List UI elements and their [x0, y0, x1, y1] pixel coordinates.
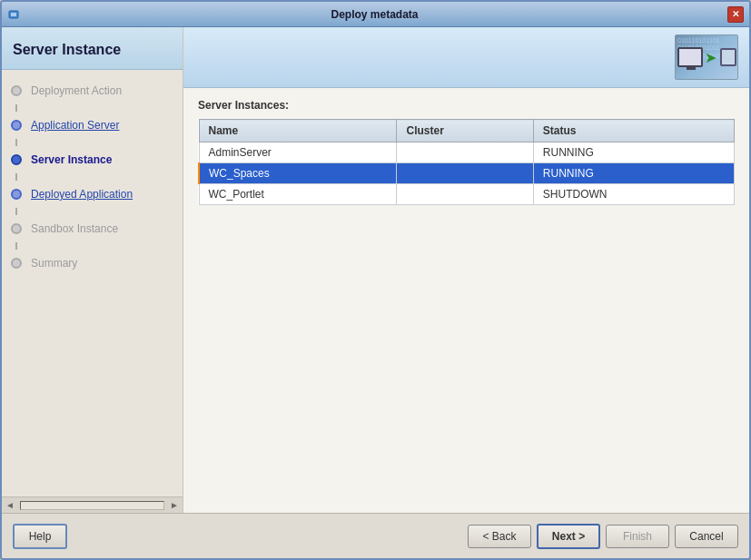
- sidebar-item-summary: Summary: [2, 250, 183, 277]
- cell-name: AdminServer: [199, 142, 397, 163]
- bottom-bar: Help < Back Next > Finish Cancel: [2, 513, 749, 558]
- summary-icon: [7, 254, 25, 272]
- next-button[interactable]: Next >: [537, 524, 600, 549]
- table-row[interactable]: AdminServer RUNNING: [199, 142, 735, 163]
- sidebar-item-label-deployed-application: Deployed Application: [31, 188, 133, 201]
- server-box-icon: [720, 48, 736, 66]
- cell-status: RUNNING: [533, 142, 734, 163]
- svg-rect-1: [11, 13, 16, 16]
- sidebar-item-label-summary: Summary: [31, 257, 77, 270]
- column-cluster: Cluster: [397, 120, 533, 142]
- cell-status: SHUTDOWN: [533, 184, 734, 205]
- sidebar-item-application-server[interactable]: Application Server: [2, 112, 183, 139]
- bottom-right: < Back Next > Finish Cancel: [468, 524, 738, 549]
- cell-cluster: [397, 163, 533, 184]
- back-button[interactable]: < Back: [468, 525, 531, 548]
- sidebar-item-sandbox-instance: Sandbox Instance: [2, 215, 183, 242]
- server-instance-icon: [7, 151, 25, 169]
- table-body: AdminServer RUNNING WC_Spaces RUNNING WC…: [199, 142, 735, 205]
- app-icon: [7, 7, 22, 22]
- table-row[interactable]: WC_Spaces RUNNING: [199, 163, 735, 184]
- monitor-icon: [677, 47, 703, 67]
- close-button[interactable]: ✕: [727, 6, 744, 23]
- finish-button: Finish: [606, 525, 669, 548]
- sidebar-item-label-server-instance: Server Instance: [31, 153, 112, 166]
- sidebar-item-label-deployment-action: Deployment Action: [31, 84, 122, 97]
- connector-3: [15, 173, 17, 181]
- title-bar: Deploy metadata ✕: [2, 2, 749, 27]
- main-window: Deploy metadata ✕ Server Instance Deploy…: [0, 0, 751, 560]
- table-row[interactable]: WC_Portlet SHUTDOWN: [199, 184, 735, 205]
- column-status: Status: [533, 120, 734, 142]
- panel-body: Server Instances: Name Cluster Status Ad…: [183, 88, 749, 513]
- sidebar-item-deployed-application[interactable]: Deployed Application: [2, 181, 183, 208]
- sidebar-item-deployment-action: Deployment Action: [2, 77, 183, 104]
- deployed-application-icon: [7, 185, 25, 203]
- connector-1: [15, 104, 17, 112]
- table-header: Name Cluster Status: [199, 120, 735, 142]
- cell-status: RUNNING: [533, 163, 734, 184]
- sidebar-header: Server Instance: [2, 27, 183, 70]
- panel-header: 010110101101011010101011010101101010 ➤: [183, 27, 749, 88]
- cancel-button[interactable]: Cancel: [675, 525, 738, 548]
- server-instances-table: Name Cluster Status AdminServer RUNNING …: [198, 119, 735, 205]
- arrow-right-icon: ➤: [705, 49, 716, 66]
- server-icon-group: ➤: [677, 47, 736, 67]
- application-server-icon: [7, 116, 25, 134]
- column-name: Name: [199, 120, 397, 142]
- connector-5: [15, 242, 17, 250]
- main-content: Server Instance Deployment Action Applic…: [2, 27, 749, 513]
- sidebar-items: Deployment Action Application Server Ser…: [2, 70, 183, 496]
- cell-name: WC_Spaces: [199, 163, 397, 184]
- sidebar-item-server-instance[interactable]: Server Instance: [2, 146, 183, 173]
- connector-2: [15, 139, 17, 146]
- window-title: Deploy metadata: [22, 8, 727, 21]
- right-panel: 010110101101011010101011010101101010 ➤ S…: [183, 27, 749, 513]
- sandbox-instance-icon: [7, 220, 25, 238]
- help-button[interactable]: Help: [13, 524, 67, 549]
- cell-cluster: [397, 142, 533, 163]
- section-label: Server Instances:: [198, 99, 735, 112]
- sidebar: Server Instance Deployment Action Applic…: [2, 27, 183, 513]
- cell-name: WC_Portlet: [199, 184, 397, 205]
- sidebar-item-label-sandbox-instance: Sandbox Instance: [31, 222, 118, 235]
- panel-header-image: 010110101101011010101011010101101010 ➤: [675, 34, 738, 80]
- bottom-left: Help: [13, 524, 67, 549]
- sidebar-scroll-track[interactable]: [20, 501, 164, 510]
- sidebar-title: Server Instance: [13, 42, 172, 58]
- sidebar-scrollbar[interactable]: ◄ ►: [2, 496, 183, 513]
- deployment-action-icon: [7, 82, 25, 100]
- connector-4: [15, 208, 17, 215]
- sidebar-item-label-application-server: Application Server: [31, 119, 119, 132]
- cell-cluster: [397, 184, 533, 205]
